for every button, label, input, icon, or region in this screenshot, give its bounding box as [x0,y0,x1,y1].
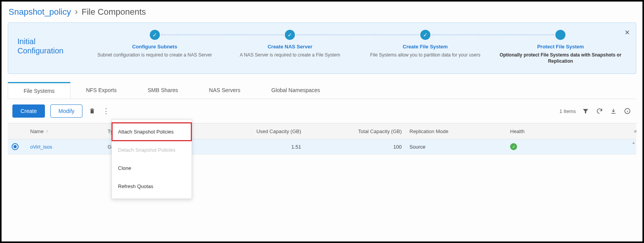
step-title: Create NAS Server [227,44,353,50]
col-replication-mode[interactable]: Replication Mode [406,128,506,134]
col-health[interactable]: Health [506,128,584,134]
row-select-radio[interactable] [12,143,19,150]
col-used-capacity[interactable]: Used Capacity (GB) [204,128,305,134]
cell-name[interactable]: oVirt_isos [26,144,104,150]
step-desc: Subnet configuration is required to crea… [92,52,218,58]
menu-attach-snapshot-policies[interactable]: Attach Snapshot Policies [111,122,192,141]
check-icon: ✓ [285,30,295,40]
menu-clone[interactable]: Clone [112,159,192,177]
step-title: Configure Subnets [92,44,218,50]
col-name[interactable]: Name↑ [26,128,104,134]
step-create-file-system[interactable]: ✓ Create File System File Systems allow … [358,30,493,58]
table-header: Name↑ Type Used Capacity (GB) Total Capa… [8,123,636,139]
scroll-up-icon[interactable]: ▴ [632,140,635,145]
cell-health: ✓ [506,143,584,150]
step-desc: File Systems allow you to partition data… [362,52,488,58]
step-title: Protect File System [498,44,624,50]
tab-nfs-exports[interactable]: NFS Exports [70,82,132,99]
table-row[interactable]: oVirt_isos General 1.51 100 Source ✓ [8,139,636,154]
more-actions-icon[interactable]: ⋮ [102,107,110,115]
step-desc: Optionally protect File Systems data wit… [498,52,624,64]
sort-asc-icon: ↑ [46,129,48,133]
close-icon[interactable]: × [625,28,630,37]
menu-detach-snapshot-policies: Detach Snapshot Policies [112,141,192,159]
item-count: 1 Items [559,108,576,114]
cell-total-capacity: 100 [305,144,406,150]
cell-replication-mode: Source [406,144,506,150]
check-icon: ✓ [150,30,160,40]
toolbar: Create Modify ⋮ 1 Items Attach Snapshot … [8,99,636,123]
cell-used-capacity: 1.51 [204,144,305,150]
shield-icon [555,30,565,40]
tab-global-namespaces[interactable]: Global Namespaces [256,82,336,99]
info-icon[interactable] [623,107,632,115]
step-title: Create File System [362,44,488,50]
check-icon: ✓ [420,30,430,40]
file-systems-table: Name↑ Type Used Capacity (GB) Total Capa… [8,123,636,224]
initial-config-banner: Initial Configuration ✓ Configure Subnet… [8,22,636,74]
step-create-nas-server[interactable]: ✓ Create NAS Server A NAS Server is requ… [223,30,358,58]
breadcrumb-current: File Components [82,7,146,17]
health-ok-icon: ✓ [510,143,517,150]
delete-icon[interactable] [88,107,96,115]
breadcrumb-root[interactable]: Snapshot_policy [9,7,71,17]
tab-smb-shares[interactable]: SMB Shares [132,82,194,99]
modify-button[interactable]: Modify [50,104,82,118]
tabs: File Systems NFS Exports SMB Shares NAS … [8,82,636,99]
menu-refresh-quotas[interactable]: Refresh Quotas [112,177,192,195]
create-button[interactable]: Create [12,104,45,118]
more-actions-menu: Attach Snapshot Policies Detach Snapshot… [111,119,192,199]
column-settings-icon[interactable]: ≡ [630,128,642,134]
col-total-capacity[interactable]: Total Capacity (GB) [305,128,406,134]
filter-icon[interactable] [581,107,590,115]
export-icon[interactable] [609,107,618,115]
step-desc: A NAS Server is required to create a Fil… [227,52,353,58]
tab-nas-servers[interactable]: NAS Servers [194,82,256,99]
tab-file-systems[interactable]: File Systems [8,82,70,99]
step-configure-subnets[interactable]: ✓ Configure Subnets Subnet configuration… [87,30,223,58]
config-steps: ✓ Configure Subnets Subnet configuration… [87,30,628,64]
banner-title: Initial Configuration [17,30,83,55]
refresh-icon[interactable] [595,107,604,115]
breadcrumb: Snapshot_policy › File Components [9,7,636,17]
chevron-right-icon: › [75,7,77,17]
